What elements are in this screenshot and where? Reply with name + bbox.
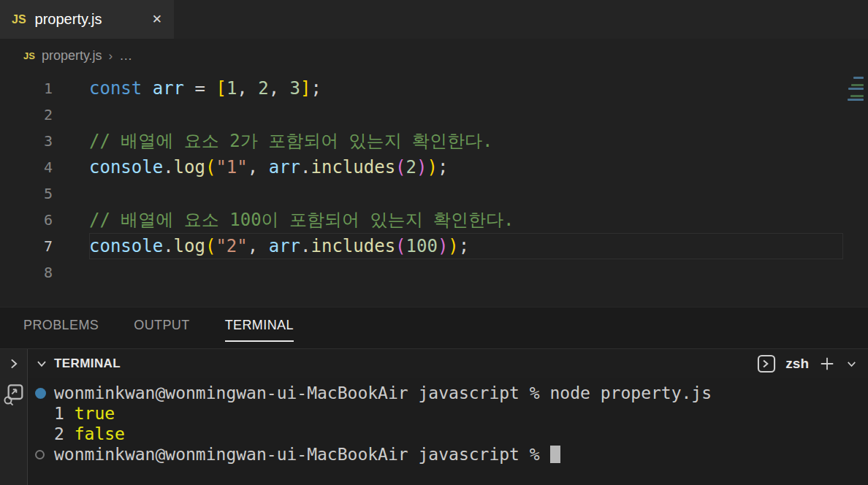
code-token: ( [205, 157, 216, 177]
code-token: console [89, 157, 163, 177]
new-terminal-icon[interactable] [818, 355, 836, 373]
minimap-line [848, 88, 864, 90]
code-lines: 1const arr = [1, 2, 3];23// 배열에 요소 2가 포함… [0, 75, 868, 286]
close-tab-icon[interactable]: ✕ [152, 13, 162, 26]
terminal-text-segment: wonminkwan@wonmingwan-ui-MacBookAir java… [54, 383, 712, 402]
minimap-line [848, 99, 864, 101]
minimap-line [851, 84, 864, 86]
code-token: ; [311, 78, 321, 99]
code-token: console [89, 236, 163, 256]
terminal-text: 1 true [54, 403, 115, 424]
tab-output[interactable]: OUTPUT [134, 318, 189, 342]
panel-left-strip [0, 349, 28, 378]
code-token: "2" [216, 236, 247, 256]
code-line-text: console.log("1", arr.includes(2)); [89, 154, 843, 180]
js-file-icon: JS [23, 50, 35, 61]
vscode-window: JS property.js ✕ JS property.js › … 1con… [0, 0, 868, 485]
code-token: 3 [290, 78, 300, 99]
terminal-header-main: TERMINAL zsh [28, 349, 868, 378]
command-decoration-gutter [28, 383, 54, 403]
line-number: 6 [0, 207, 53, 233]
line-number: 3 [0, 128, 53, 154]
code-line[interactable]: 5 [0, 180, 868, 207]
command-decoration-gutter [28, 403, 54, 424]
code-token: 100 [406, 236, 438, 256]
terminal-text-segment: wonminkwan@wonmingwan-ui-MacBookAir java… [54, 445, 550, 464]
terminal-dropdown-icon[interactable] [845, 358, 858, 370]
terminal-text: 2 false [54, 424, 125, 444]
code-line-text [89, 180, 843, 207]
minimap-line [853, 77, 864, 79]
code-line[interactable]: 3// 배열에 요소 2가 포함되어 있는지 확인한다. [0, 128, 868, 154]
breadcrumb: JS property.js › … [0, 39, 868, 73]
tab-title: property.js [35, 11, 143, 28]
tab-problems[interactable]: PROBLEMS [23, 318, 99, 342]
code-line[interactable]: 4console.log("1", arr.includes(2)); [0, 154, 868, 180]
code-token: log [174, 157, 205, 177]
chevron-down-icon[interactable] [35, 357, 48, 370]
terminal-text-segment: true [75, 404, 115, 423]
code-token: 2 [258, 78, 268, 99]
code-editor[interactable]: 1const arr = [1, 2, 3];23// 배열에 요소 2가 포함… [0, 73, 868, 307]
code-line[interactable]: 6// 배열에 요소 100이 포함되어 있는지 확인한다. [0, 207, 868, 233]
code-token: , [269, 78, 290, 99]
code-line-text: const arr = [1, 2, 3]; [89, 75, 843, 102]
code-token: ) [427, 157, 437, 177]
code-line[interactable]: 8 [0, 259, 868, 286]
command-decoration-gutter [28, 444, 54, 465]
code-line-text [89, 259, 843, 286]
terminal-text-segment: false [75, 424, 125, 443]
code-line[interactable]: 1const arr = [1, 2, 3]; [0, 75, 868, 102]
line-number: 8 [0, 259, 53, 286]
command-run-decoration-icon[interactable] [35, 388, 46, 399]
panel-tab-bar: PROBLEMS OUTPUT TERMINAL [0, 307, 868, 348]
panel-left-strip-bottom [0, 378, 28, 485]
command-decoration-gutter [28, 424, 54, 444]
code-token: ) [448, 236, 458, 256]
terminal-line: wonminkwan@wonmingwan-ui-MacBookAir java… [28, 444, 868, 465]
terminal-text-segment: 2 [54, 424, 75, 443]
open-editor-search-icon[interactable] [2, 381, 26, 408]
code-line-text: console.log("2", arr.includes(100)); [89, 233, 843, 259]
terminal-cursor [550, 446, 560, 463]
terminal-line: wonminkwan@wonmingwan-ui-MacBookAir java… [28, 383, 868, 403]
code-token: ; [438, 157, 448, 177]
line-number: 1 [0, 75, 53, 102]
code-token: , [248, 157, 269, 177]
minimap[interactable] [842, 75, 867, 163]
terminal-line: 2 false [28, 424, 868, 444]
line-number: 5 [0, 180, 53, 207]
code-token: . [163, 157, 173, 177]
code-token: , [237, 78, 258, 99]
code-token: ( [205, 236, 216, 256]
command-pending-decoration-icon[interactable] [35, 450, 45, 459]
terminal-text-segment: 1 [54, 404, 75, 423]
code-line[interactable]: 7console.log("2", arr.includes(100)); [0, 233, 868, 259]
code-token: "1" [216, 157, 247, 177]
terminal-section-title: TERMINAL [54, 356, 121, 371]
chevron-right-icon[interactable] [7, 356, 21, 371]
breadcrumb-symbols[interactable]: … [119, 48, 133, 64]
shell-name[interactable]: zsh [785, 356, 809, 372]
code-token: // 배열에 요소 100이 포함되어 있는지 확인한다. [89, 210, 514, 230]
editor-tab-bar: JS property.js ✕ [0, 0, 868, 39]
code-token: log [174, 236, 205, 256]
line-number: 7 [0, 233, 53, 259]
code-token: includes [311, 157, 396, 177]
terminal-output[interactable]: wonminkwan@wonmingwan-ui-MacBookAir java… [28, 378, 868, 485]
code-line[interactable]: 2 [0, 102, 868, 128]
chevron-right-icon: › [109, 49, 113, 64]
line-number: 2 [0, 102, 53, 128]
terminal-panel-header: TERMINAL zsh [0, 348, 868, 378]
code-token: , [248, 236, 269, 256]
code-token: ; [459, 236, 469, 256]
code-token: const [89, 78, 142, 99]
tab-property-js[interactable]: JS property.js ✕ [0, 0, 174, 39]
tab-terminal[interactable]: TERMINAL [225, 318, 294, 342]
line-number: 4 [0, 154, 53, 180]
code-token: arr [269, 157, 300, 177]
code-token: ] [300, 78, 311, 99]
code-token: // 배열에 요소 2가 포함되어 있는지 확인한다. [89, 131, 493, 151]
breadcrumb-file[interactable]: property.js [42, 48, 102, 64]
code-token: ( [395, 157, 406, 177]
